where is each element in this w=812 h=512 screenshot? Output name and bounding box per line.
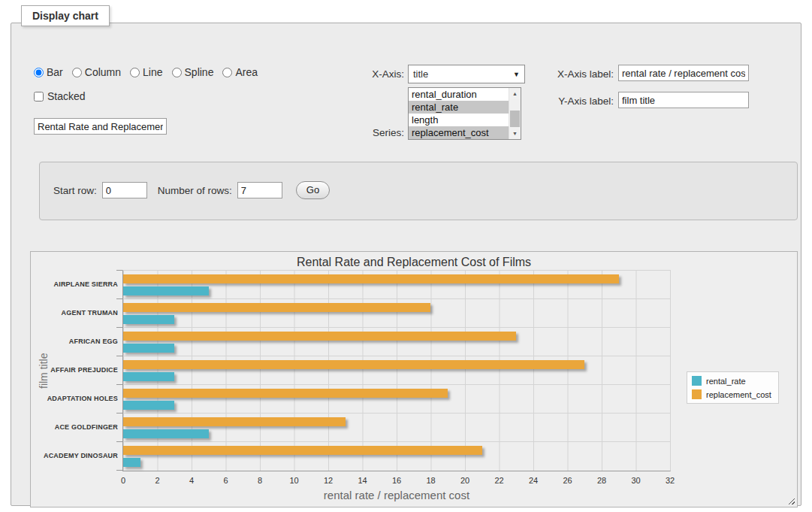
bar-rental-rate[interactable] xyxy=(123,401,174,410)
chart-category-label: ADAPTATION HOLES xyxy=(31,384,118,413)
bar-replacement-cost[interactable] xyxy=(123,417,346,426)
x-axis-tick-label: 14 xyxy=(358,476,367,485)
series-option-replacement_cost[interactable]: replacement_cost xyxy=(409,126,509,139)
scroll-down-icon[interactable]: ▼ xyxy=(509,128,521,139)
x-axis-tick-label: 2 xyxy=(155,476,159,485)
chart-category-band xyxy=(123,356,670,385)
legend-entry-replacement-cost[interactable]: replacement_cost xyxy=(692,389,771,399)
series-scrollbar[interactable]: ▲ ▼ xyxy=(509,88,521,139)
x-axis-tick-label: 32 xyxy=(666,476,675,485)
x-axis-label-input[interactable] xyxy=(618,65,749,81)
chart-title-input[interactable] xyxy=(34,118,167,135)
chart-type-label: Line xyxy=(143,66,162,78)
bar-rental-rate[interactable] xyxy=(123,286,209,295)
series-option-rental_rate[interactable]: rental_rate xyxy=(409,101,509,114)
chart-category-band xyxy=(123,385,670,414)
x-axis-tick-label: 10 xyxy=(289,476,298,485)
bar-replacement-cost[interactable] xyxy=(123,274,619,283)
go-button[interactable]: Go xyxy=(296,181,330,199)
legend-entry-rental-rate[interactable]: rental_rate xyxy=(692,376,771,386)
stacked-label: Stacked xyxy=(47,90,86,102)
chart-type-option-column[interactable]: Column xyxy=(72,66,121,78)
bar-replacement-cost[interactable] xyxy=(123,446,482,455)
chart-title: Rental Rate and Replacement Cost of Film… xyxy=(31,256,797,269)
series-list-label: Series: xyxy=(348,127,404,138)
chart-category-labels: AIRPLANE SIERRAAGENT TRUMANAFRICAN EGGAF… xyxy=(31,270,118,470)
series-multiselect[interactable]: rental_durationrental_ratelengthreplacem… xyxy=(408,87,521,140)
y-axis-tick xyxy=(116,413,122,414)
start-row-label: Start row: xyxy=(53,185,97,196)
bar-rental-rate[interactable] xyxy=(123,344,174,353)
chart-type-label: Area xyxy=(235,66,258,78)
y-axis-tick xyxy=(116,470,122,471)
x-axis-tick-label: 24 xyxy=(529,476,538,485)
x-axis-tick-label: 16 xyxy=(392,476,401,485)
x-axis-tick-label: 18 xyxy=(426,476,435,485)
stacked-checkbox-row[interactable]: Stacked xyxy=(34,90,86,102)
chart-type-option-line[interactable]: Line xyxy=(130,66,162,78)
chart-type-radio-column[interactable] xyxy=(72,68,82,77)
scrollbar-thumb[interactable] xyxy=(510,111,520,127)
bar-replacement-cost[interactable] xyxy=(123,360,584,369)
chart-category-label: AIRPLANE SIERRA xyxy=(31,270,118,298)
chart-type-option-spline[interactable]: Spline xyxy=(172,66,214,78)
scrollbar-track[interactable] xyxy=(509,99,521,128)
legend-label: replacement_cost xyxy=(706,390,771,399)
start-row-input[interactable] xyxy=(102,182,147,198)
stacked-checkbox[interactable] xyxy=(34,92,44,101)
chart-category-band xyxy=(123,414,670,442)
bar-replacement-cost[interactable] xyxy=(123,303,430,312)
resize-handle-icon[interactable] xyxy=(786,496,795,504)
x-axis-tick-label: 8 xyxy=(258,476,262,485)
bar-rental-rate[interactable] xyxy=(123,372,174,381)
bar-rental-rate[interactable] xyxy=(123,458,140,467)
y-axis-label-field-label: Y-Axis label: xyxy=(545,95,614,107)
num-rows-input[interactable] xyxy=(237,182,282,198)
bar-rental-rate[interactable] xyxy=(123,315,174,324)
series-option-rental_duration[interactable]: rental_duration xyxy=(409,88,509,101)
num-rows-label: Number of rows: xyxy=(158,185,232,196)
x-axis-tick-label: 12 xyxy=(324,476,333,485)
chart-x-tick-labels: 02468101214161820222426283032 xyxy=(123,476,670,486)
scroll-up-icon[interactable]: ▲ xyxy=(509,88,521,99)
y-axis-tick xyxy=(116,327,122,328)
y-axis-label-input[interactable] xyxy=(618,92,749,108)
y-axis-tick xyxy=(116,270,122,271)
y-axis-tick xyxy=(116,441,122,442)
x-axis-tick-label: 4 xyxy=(189,476,194,485)
bar-replacement-cost[interactable] xyxy=(123,389,448,398)
legend-label: rental_rate xyxy=(706,377,746,386)
x-axis-tick-label: 26 xyxy=(563,476,572,485)
bar-rental-rate[interactable] xyxy=(123,429,209,438)
chart-plot-area xyxy=(122,270,671,471)
x-axis-select[interactable]: title ▼ xyxy=(408,65,525,83)
bar-replacement-cost[interactable] xyxy=(123,332,516,341)
chart-type-radio-line[interactable] xyxy=(130,68,140,77)
y-axis-tick xyxy=(116,298,122,299)
y-axis-tick xyxy=(116,384,122,385)
x-axis-tick-label: 0 xyxy=(121,476,125,485)
legend-swatch-rental-rate xyxy=(692,376,702,386)
x-axis-tick-label: 22 xyxy=(494,476,503,485)
chart-category-label: AGENT TRUMAN xyxy=(31,298,118,327)
panel-legend: Display chart xyxy=(21,5,110,26)
x-axis-tick-label: 28 xyxy=(597,476,606,485)
chart-type-radio-area[interactable] xyxy=(222,68,232,77)
chart-type-radio-bar[interactable] xyxy=(34,68,44,77)
series-option-length[interactable]: length xyxy=(409,114,509,126)
x-axis-tick-label: 30 xyxy=(631,476,640,485)
y-axis-tick xyxy=(116,356,122,356)
x-axis-label-field-label: X-Axis label: xyxy=(545,68,614,80)
chart-type-radio-spline[interactable] xyxy=(172,68,182,77)
row-range-controls: Start row: Number of rows: Go xyxy=(53,181,330,199)
x-axis-selected-value: title xyxy=(413,68,513,80)
x-axis-select-label: X-Axis: xyxy=(348,68,404,80)
chart-category-band xyxy=(123,271,670,299)
chart-type-option-area[interactable]: Area xyxy=(222,66,258,78)
chart-category-label: AFRICAN EGG xyxy=(31,327,118,356)
chart-category-label: AFFAIR PREJUDICE xyxy=(31,356,118,384)
chart-category-label: ACADEMY DINOSAUR xyxy=(31,441,118,470)
chart-type-option-bar[interactable]: Bar xyxy=(34,66,63,78)
chart-type-label: Spline xyxy=(185,66,214,78)
chart-builder-app: Display chart BarColumnLineSplineArea St… xyxy=(0,0,812,512)
